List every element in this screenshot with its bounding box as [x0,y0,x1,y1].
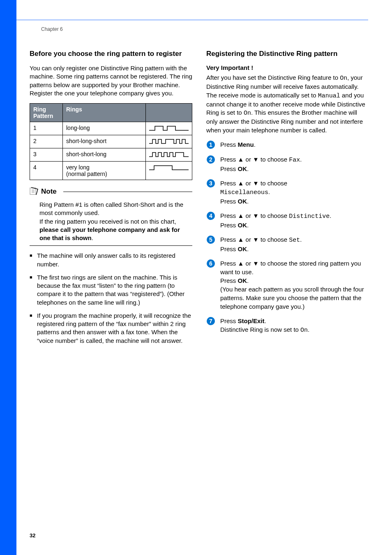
txt: or [244,212,253,219]
cell-num: 1 [30,122,63,135]
txt: to choose [259,156,289,163]
txt: Press [220,277,238,284]
mono-set: Set [289,237,300,244]
ring-pattern-table: Ring Pattern Rings 1 long-long [30,103,192,180]
txt: to choose [259,180,287,187]
up-arrow-icon: ▲ [238,260,244,267]
txt: to choose [259,236,289,243]
step-number-icon: 3 [206,179,215,206]
txt: Press [220,212,238,219]
cell-rings: short-short-long [63,148,146,162]
txt: . [247,165,249,172]
cell-num: 3 [30,148,63,162]
mono-manual: Manual [318,92,340,99]
txt: . [247,222,249,229]
step-5: 5 Press ▲ or ▼ to choose Set. Press OK. [206,235,369,253]
ok-bold: OK [238,245,247,252]
down-arrow-icon: ▼ [253,236,259,243]
txt: . [254,141,256,148]
list-item: If you program the machine properly, it … [30,312,192,345]
txt: to choose [259,212,289,219]
down-arrow-icon: ▼ [253,212,259,219]
txt: Press [220,317,238,324]
left-heading: Before you choose the ring pattern to re… [30,49,192,58]
txt: Press [220,141,238,148]
sidebar-accent [0,0,16,555]
txt: Press [220,236,238,243]
down-arrow-icon: ▼ [253,260,259,267]
mono-fax: Fax [289,157,300,164]
step-number-icon: 4 [206,211,215,229]
txt: . [247,198,249,205]
table-row: 2 short-long-short [30,135,192,148]
cell-wave [146,135,192,148]
table-row: 1 long-long [30,122,192,135]
right-column: Registering the Distinctive Ring pattern… [206,49,369,350]
txt: Press [220,260,238,267]
cell-wave [146,162,192,180]
step-number-icon: 5 [206,235,215,253]
ok-bold: OK [238,165,247,172]
svg-text:7: 7 [209,318,212,324]
cell-wave [146,122,192,135]
ok-bold: OK [238,277,247,284]
txt: . [308,326,309,333]
down-arrow-icon: ▼ [253,156,259,163]
step-4: 4 Press ▲ or ▼ to choose Distinctive. Pr… [206,211,369,229]
svg-text:4: 4 [209,213,212,219]
list-item: The machine will only answer calls to it… [30,252,192,268]
cell-num: 2 [30,135,63,148]
txt: . [247,277,249,284]
note-title: Note [41,187,57,196]
cell-wave [146,148,192,162]
bullet-list: The machine will only answer calls to it… [30,252,192,345]
left-column: Before you choose the ring pattern to re… [30,49,192,350]
chapter-label: Chapter 6 [41,26,63,32]
svg-text:1: 1 [209,141,212,148]
txt: . [247,245,249,252]
note-block: Note Ring Pattern #1 is often called Sho… [30,187,192,246]
txt: Press [220,198,238,205]
txt: or [244,156,253,163]
down-arrow-icon: ▼ [253,180,259,187]
step-2: 2 Press ▲ or ▼ to choose Fax. Press OK. [206,155,369,173]
note-rule [63,192,192,192]
up-arrow-icon: ▲ [238,156,244,163]
svg-text:6: 6 [209,260,212,267]
mono-distinctive: Distinctive [289,213,330,220]
step-number-icon: 2 [206,155,215,173]
up-arrow-icon: ▲ [238,236,244,243]
note-line2-bold: please call your telephone company and a… [39,226,180,241]
th-ring-pattern: Ring Pattern [30,104,63,122]
step-3: 3 Press ▲ or ▼ to choose Miscellaneous. … [206,179,369,206]
menu-bold: Menu [238,141,254,148]
note-line2-pre: If the ring pattern you received is not … [39,218,176,225]
txt: Press [220,165,238,172]
left-intro: You can only register one Distinctive Ri… [30,64,192,97]
svg-text:2: 2 [209,156,212,163]
note-body: Ring Pattern #1 is often called Short-Sh… [39,201,192,242]
up-arrow-icon: ▲ [238,212,244,219]
txt: or [244,180,253,187]
txt: Press [220,245,238,252]
step-6: 6 Press ▲ or ▼ to choose the stored ring… [206,259,369,311]
txt: Distinctive Ring is now set to [220,326,300,333]
svg-text:3: 3 [209,180,212,187]
table-row: 3 short-short-long [30,148,192,162]
txt: Press [220,156,238,163]
txt: Press [220,180,238,187]
txt: . [268,188,270,195]
ok-bold: OK [238,222,247,229]
th-waveform [146,104,192,122]
cell-rings: very long (normal pattern) [63,162,146,180]
table-row: 4 very long (normal pattern) [30,162,192,180]
txt: or [244,236,253,243]
mono-on: On [244,110,251,117]
step-1: 1 Press Menu. [206,140,369,149]
txt: or [244,260,253,267]
wave-short-long-short-icon [149,138,189,144]
mono-misc: Miscellaneous [220,189,268,196]
cell-num: 4 [30,162,63,180]
note-icon [30,187,39,197]
note-end-rule [30,245,192,246]
